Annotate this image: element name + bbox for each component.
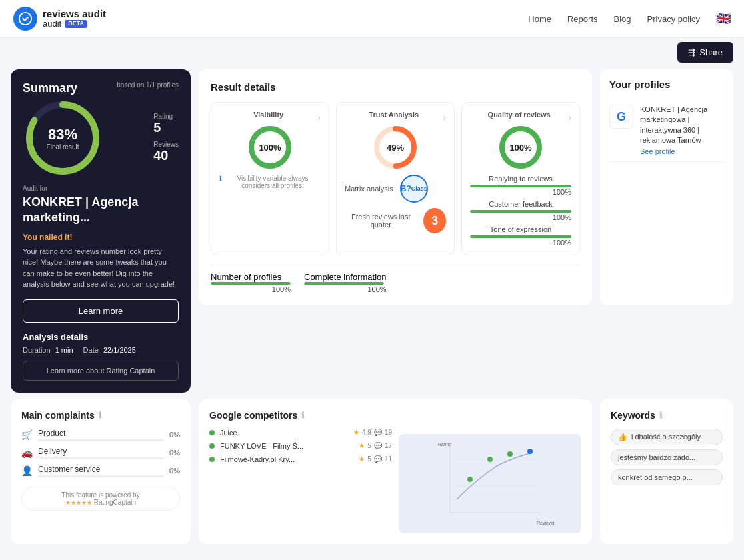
competitors-title-row: Google competitors ℹ	[209, 410, 581, 421]
trust-score: 49%	[387, 143, 404, 153]
reviews-label: Reviews	[153, 141, 179, 148]
keywords-title-row: Keywords ℹ	[611, 410, 723, 421]
competitor-name-3: Filmowe-Kadry.pl Kry...	[220, 455, 353, 463]
visibility-chevron[interactable]: ›	[317, 112, 321, 123]
result-details-title: Result details	[211, 81, 580, 93]
customer-service-complaint: 👤 Customer service 0%	[21, 465, 180, 477]
summary-card: Summary based on 1/1 profiles 83% Final …	[11, 69, 191, 393]
customer-service-icon: 👤	[21, 465, 33, 476]
profiles-count-label: Number of profiles	[211, 272, 291, 282]
learn-button[interactable]: Learn more	[23, 299, 179, 323]
visibility-card: Visibility › 100% ℹ Visibility variable …	[211, 102, 329, 255]
fresh-reviews-row: Fresh reviews last quater 3	[345, 208, 446, 233]
competitor-rating-2: ★ 5 💬 17	[359, 442, 392, 449]
google-logo: G	[609, 105, 633, 129]
result-details-card: Result details Visibility › 100% ℹ	[199, 69, 592, 305]
share-icon: ⇶	[688, 47, 695, 57]
competitor-1: Juice. ★ 4.9 💬 19	[209, 429, 392, 437]
profiles-scroll[interactable]: G KONKRET | Agencja marketingowa | inter…	[609, 99, 724, 162]
chat-icon-3: 💬	[374, 455, 382, 463]
delivery-pct: 0%	[169, 449, 180, 457]
trust-label: Trust Analysis	[369, 111, 419, 119]
info-circle-icon: ℹ	[219, 175, 222, 182]
svg-point-0	[19, 13, 31, 25]
brand-audit: audit BETA	[43, 19, 106, 29]
duration-label: Duration	[23, 346, 51, 354]
language-flag[interactable]: 🇬🇧	[716, 11, 731, 26]
svg-point-17	[487, 457, 493, 462]
bottom-details-row: Number of profiles 100% Complete informa…	[211, 265, 580, 293]
powered-by[interactable]: This feature is powered by ★★★★★ RatingC…	[21, 487, 180, 511]
keywords-info-icon[interactable]: ℹ	[659, 410, 663, 420]
quality-score: 100%	[509, 143, 531, 153]
keyword-text-3: konkret od samego p...	[618, 473, 693, 481]
svg-point-20	[467, 477, 473, 482]
complaints-title: Main complaints	[21, 410, 95, 421]
feedback-pct: 100%	[470, 213, 571, 221]
complete-info-item: Complete information 100%	[304, 272, 387, 293]
nav-home[interactable]: Home	[528, 14, 551, 24]
competitor-dot-2	[209, 443, 215, 449]
delivery-icon: 🚗	[21, 447, 33, 458]
nav-reports[interactable]: Reports	[567, 14, 598, 24]
analysis-details: Analysis details Duration 1 min Date 22/…	[23, 332, 179, 381]
competitor-2: FUNKY LOVE - Filmy Ś... ★ 5 💬 17	[209, 442, 392, 450]
powered-by-label: This feature is powered by	[61, 491, 139, 499]
trust-card: Trust Analysis › 49% Matrix analysis B?	[336, 102, 455, 255]
product-pct: 0%	[169, 431, 180, 439]
customer-service-label: Customer service	[38, 465, 164, 474]
complaints-title-row: Main complaints ℹ	[21, 410, 180, 421]
trust-chevron[interactable]: ›	[443, 112, 446, 123]
top-bar: ⇶ Share	[0, 38, 744, 63]
keywords-title: Keywords	[611, 410, 655, 421]
quality-nav: Quality of reviews ›	[470, 111, 571, 124]
score-donut: 83% Final result	[23, 98, 103, 178]
keyword-3: konkret od samego p...	[611, 469, 723, 485]
nailed-description: Your rating and reviews number look pret…	[23, 246, 179, 290]
profile-name: KONKRET | Agencja marketingowa | interak…	[640, 105, 724, 146]
navbar: reviews audit audit BETA Home Reports Bl…	[0, 0, 744, 38]
visibility-note: ℹ Visibility variable always considers a…	[219, 175, 321, 189]
competitors-chart: Rating Reviews	[399, 434, 581, 533]
logo-icon	[13, 7, 37, 31]
competitors-info-icon[interactable]: ℹ	[301, 410, 305, 420]
feedback-item: Customer feedback 100%	[470, 200, 571, 221]
metrics-row: Visibility › 100% ℹ Visibility variable …	[211, 102, 580, 255]
nailed-it: You nailed it!	[23, 233, 179, 242]
keyword-1: 👍 i dbałość o szczegóły	[611, 429, 723, 445]
competitor-name-1: Juice.	[220, 429, 348, 437]
trust-matrix-row: Matrix analysis B? Class Fresh reviews l…	[345, 175, 446, 233]
competitor-dot-1	[209, 430, 215, 435]
brand-reviews: reviews audit	[43, 9, 106, 20]
score-label: Final result	[47, 143, 79, 151]
nav-privacy[interactable]: Privacy policy	[647, 14, 700, 24]
svg-point-18	[507, 451, 513, 457]
see-profile-link[interactable]: See profile	[640, 147, 675, 155]
business-name: KONKRET | Agencja marketing...	[23, 195, 179, 226]
date-value: 22/1/2025	[103, 346, 136, 354]
learn-more-button[interactable]: Learn more about Rating Captain	[23, 361, 179, 381]
competitor-name-2: FUNKY LOVE - Filmy Ś...	[220, 442, 353, 450]
quality-details: Replying to reviews 100% Customer feedba…	[470, 175, 571, 247]
tone-label: Tone of expression	[470, 225, 571, 233]
visibility-circle: 100%	[247, 124, 293, 171]
profiles-title: Your profiles	[609, 79, 724, 90]
competitor-3: Filmowe-Kadry.pl Kry... ★ 5 💬 11	[209, 455, 392, 463]
profiles-count-pct: 100%	[211, 285, 291, 293]
date-label: Date	[83, 346, 99, 354]
powered-name: RatingCaptain	[94, 499, 136, 506]
replying-pct: 100%	[470, 188, 571, 196]
audit-for: Audit for	[23, 185, 179, 192]
quality-chevron[interactable]: ›	[568, 112, 571, 123]
complaints-info-icon[interactable]: ℹ	[99, 410, 102, 420]
star-icon-2: ★	[359, 442, 365, 449]
nav-blog[interactable]: Blog	[614, 14, 631, 24]
competitor-rating-1: ★ 4.9 💬 19	[353, 429, 392, 436]
rating-reviews: Rating 5 Reviews 40	[153, 113, 179, 163]
duration-value: 1 min	[55, 346, 73, 354]
powered-stars: ★★★★★	[65, 499, 92, 506]
svg-text:Reviews: Reviews	[537, 521, 555, 525]
fresh-label: Fresh reviews last quater	[345, 213, 417, 229]
matrix-badge: B? Class	[400, 175, 428, 203]
share-button[interactable]: ⇶ Share	[677, 42, 733, 63]
